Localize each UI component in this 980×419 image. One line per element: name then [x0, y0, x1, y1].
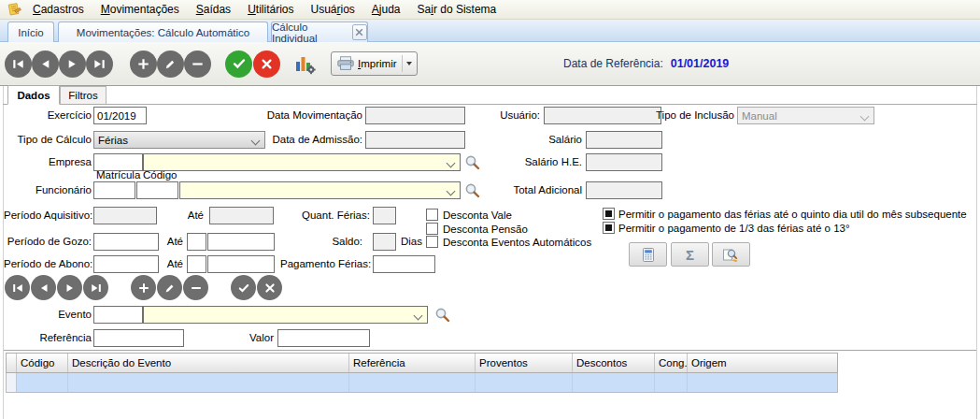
empresa-search-button[interactable]: [464, 154, 481, 171]
funcionario-codigo-input[interactable]: [136, 181, 178, 199]
tab-filtros-label: Filtros: [68, 90, 97, 101]
menu-utilitarios[interactable]: Utilitários: [239, 0, 302, 19]
permitir-quinto-dia-checkbox[interactable]: [603, 208, 615, 220]
periodo-gozo-inicio-input[interactable]: [93, 233, 159, 251]
desconta-eventos-automaticos-label[interactable]: Desconta Eventos Automáticos: [443, 234, 591, 252]
permitir-terco-checkbox[interactable]: [603, 222, 615, 234]
evento-combo[interactable]: [143, 306, 428, 324]
first-record-button[interactable]: [5, 51, 32, 78]
tipo-calculo-value: Férias: [98, 135, 128, 146]
grid-cell-origem: [688, 373, 837, 392]
grid-row-selector-cell[interactable]: [7, 373, 17, 392]
pencil-icon: [164, 282, 176, 294]
chart-settings-button[interactable]: [292, 51, 317, 76]
cancel-button[interactable]: [253, 51, 280, 78]
events-first-button[interactable]: [5, 275, 30, 300]
tab-filtros[interactable]: Filtros: [60, 86, 107, 105]
codigo-label: Código: [143, 169, 177, 181]
column-header-descricao-do-evento[interactable]: Descrição do Evento: [68, 354, 349, 372]
column-header-referencia[interactable]: Referência: [349, 354, 476, 372]
x-icon: [261, 58, 273, 70]
periodo-abono-inicio-input[interactable]: [93, 255, 159, 273]
menu-sair-do-sistema[interactable]: Sair do Sistema: [409, 0, 505, 19]
first-record-icon: [12, 282, 23, 294]
column-header-cong[interactable]: Cong.: [655, 354, 688, 372]
column-header-descontos[interactable]: Descontos: [573, 354, 655, 372]
referencia-input[interactable]: [93, 329, 184, 347]
previous-record-icon: [39, 58, 51, 70]
column-header-proventos[interactable]: Proventos: [476, 354, 573, 372]
dias-label: Dias: [401, 233, 422, 251]
menu-usuarios[interactable]: Usuários: [302, 0, 362, 19]
events-cancel-button[interactable]: [257, 275, 282, 300]
delete-record-button[interactable]: [184, 51, 211, 78]
menu-movimentacoes[interactable]: Movimentações: [92, 0, 188, 19]
funcionario-combo[interactable]: [179, 181, 461, 199]
desconta-vale-checkbox[interactable]: [426, 209, 438, 221]
events-delete-button[interactable]: [183, 275, 208, 300]
next-record-button[interactable]: [59, 51, 86, 78]
calculator-icon: [641, 247, 656, 263]
previous-record-button[interactable]: [32, 51, 59, 78]
funcionario-search-button[interactable]: [464, 182, 481, 199]
column-header-origem[interactable]: Origem: [688, 354, 837, 372]
print-button[interactable]: Imprimir: [331, 51, 418, 76]
check-icon: [238, 282, 249, 294]
desconta-eventos-automaticos-checkbox[interactable]: [426, 236, 438, 248]
tab-movimentacoes-calculo-automatico[interactable]: Movimentações: Cálculo Automático: [58, 22, 268, 42]
tab-calculo-individual[interactable]: Cálculo Individual: [271, 22, 368, 42]
reference-date: Data de Referência: 01/01/2019: [563, 42, 729, 85]
menu-cadastros[interactable]: Cadastros: [24, 0, 92, 19]
funcionario-matricula-input[interactable]: [93, 181, 135, 199]
pagamento-ferias-input[interactable]: [373, 255, 435, 273]
events-last-button[interactable]: [83, 275, 108, 300]
tab-close-button[interactable]: [352, 24, 367, 40]
periodo-abono-dia-input[interactable]: [187, 255, 206, 273]
evento-search-button[interactable]: [434, 307, 451, 324]
sigma-icon: Σ: [686, 248, 694, 262]
events-next-button[interactable]: [57, 275, 82, 300]
menu-saidas[interactable]: Saídas: [188, 0, 239, 19]
salario-input: [586, 131, 662, 149]
tab-dados[interactable]: Dados: [7, 85, 60, 105]
empresa-combo[interactable]: [143, 153, 461, 171]
reference-date-label: Data de Referência:: [563, 57, 663, 70]
saldo-label: Saldo:: [308, 233, 362, 251]
data-movimentacao-input: [365, 107, 465, 124]
periodo-abono-fim-input[interactable]: [207, 255, 275, 273]
tipo-inclusao-combo: Manual: [737, 107, 874, 124]
menu-bar: Cadastros Movimentações Saídas Utilitári…: [0, 0, 980, 20]
totalize-button[interactable]: Σ: [671, 242, 709, 267]
events-confirm-button[interactable]: [231, 275, 256, 300]
events-previous-button[interactable]: [31, 275, 56, 300]
column-header-codigo[interactable]: Código: [17, 354, 68, 372]
exercicio-input[interactable]: [93, 107, 147, 124]
menu-ajuda[interactable]: Ajuda: [363, 0, 409, 19]
evento-code-input[interactable]: [93, 306, 143, 324]
valor-input[interactable]: [277, 329, 370, 347]
print-dropdown-arrow[interactable]: [406, 62, 412, 65]
pencil-icon: [164, 58, 177, 70]
main-toolbar: Imprimir Data de Referência: 01/01/2019: [0, 42, 980, 86]
referencia-label: Referência: [7, 329, 92, 347]
last-record-button[interactable]: [86, 51, 113, 78]
saldo-input: [373, 233, 396, 251]
add-record-button[interactable]: [130, 51, 157, 78]
events-add-button[interactable]: [131, 275, 156, 300]
grid-selected-row[interactable]: [6, 373, 838, 393]
periodo-gozo-dia-input[interactable]: [187, 233, 206, 251]
confirm-button[interactable]: [225, 51, 252, 78]
first-record-icon: [12, 58, 24, 70]
grid-cell-descricao: [68, 373, 349, 392]
close-icon: [355, 28, 363, 36]
tab-inicio[interactable]: Início: [7, 22, 54, 42]
tipo-calculo-combo[interactable]: Férias: [93, 131, 265, 149]
edit-record-button[interactable]: [157, 51, 184, 78]
desconta-pensao-checkbox[interactable]: [426, 223, 438, 235]
verify-button[interactable]: [712, 242, 750, 267]
periodo-gozo-fim-input[interactable]: [207, 233, 275, 251]
events-edit-button[interactable]: [157, 275, 182, 300]
permitir-terco-label[interactable]: Permitir o pagamento de 1/3 das férias a…: [618, 220, 850, 238]
calculate-button[interactable]: [629, 242, 667, 267]
chevron-down-icon: [447, 159, 456, 168]
